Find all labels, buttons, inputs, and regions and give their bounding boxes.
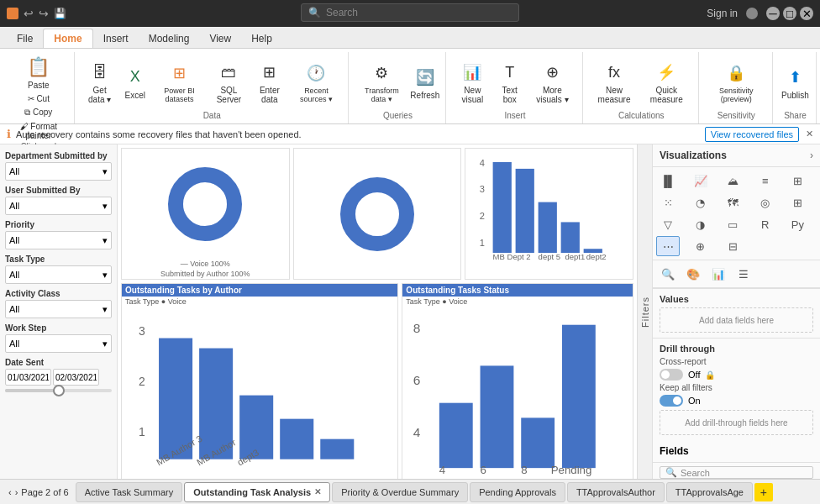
svg-text:2: 2 bbox=[139, 375, 145, 388]
pbi-datasets-button[interactable]: ⊞ Power BI datasets bbox=[152, 60, 207, 105]
cross-report-label: Cross-report bbox=[660, 357, 813, 366]
viz-icon-card[interactable]: ▭ bbox=[721, 214, 744, 234]
svg-text:dept2: dept2 bbox=[586, 252, 607, 261]
transform-icon: ⚙ bbox=[370, 61, 393, 85]
new-visual-button[interactable]: 📊 New visual bbox=[453, 59, 492, 106]
filter-activity-select[interactable]: All ▾ bbox=[5, 300, 112, 318]
viz-icon-column[interactable]: ⊞ bbox=[786, 171, 809, 191]
tab-tt-approvals-age[interactable]: TTApprovalsAge bbox=[666, 482, 753, 502]
viz-icon-custom[interactable]: ⊕ bbox=[689, 236, 712, 256]
tab-insert[interactable]: Insert bbox=[93, 29, 139, 48]
tab-home[interactable]: Home bbox=[43, 29, 92, 48]
get-data-button[interactable]: 🗄 Get data ▾ bbox=[81, 59, 118, 106]
tab-close-icon[interactable]: ✕ bbox=[314, 487, 321, 496]
share-label: Share bbox=[784, 111, 807, 122]
filter-work-step-select[interactable]: All ▾ bbox=[5, 334, 112, 353]
undo-icon[interactable]: ↩ bbox=[24, 7, 34, 20]
filter-user-select[interactable]: All ▾ bbox=[5, 197, 112, 215]
values-add-field[interactable]: Add data fields here bbox=[660, 307, 813, 333]
tab-modeling[interactable]: Modeling bbox=[139, 29, 200, 48]
drill-through-add-field[interactable]: Add drill-through fields here bbox=[660, 410, 813, 435]
filter-user-value: All bbox=[9, 201, 19, 211]
more-visuals-button[interactable]: ⊕ More visuals ▾ bbox=[528, 59, 577, 106]
viz-icon-scatter[interactable]: ⁙ bbox=[656, 192, 680, 213]
viz-icon-filter[interactable]: ⊟ bbox=[721, 236, 744, 256]
refresh-button[interactable]: 🔄 Refresh bbox=[410, 64, 440, 102]
add-tab-button[interactable]: + bbox=[754, 483, 773, 501]
prev-page-icon[interactable]: ‹ bbox=[8, 487, 12, 497]
viz-icon-gauge[interactable]: ◑ bbox=[689, 214, 712, 234]
fields-search[interactable]: 🔍 Search bbox=[660, 466, 813, 479]
viz-icon-area[interactable]: ⛰ bbox=[721, 171, 744, 191]
viz-icon-pie[interactable]: ◔ bbox=[689, 192, 712, 213]
viz-icon-funnel[interactable]: ▽ bbox=[656, 214, 680, 234]
date-to-input[interactable] bbox=[53, 369, 99, 386]
ribbon-group-queries: ⚙ Transform data ▾ 🔄 Refresh Queries bbox=[350, 52, 446, 123]
date-from-input[interactable] bbox=[5, 369, 51, 386]
filter-priority-select[interactable]: All ▾ bbox=[5, 231, 112, 249]
minimize-button[interactable]: ─ bbox=[766, 7, 780, 20]
notification-close-icon[interactable]: ✕ bbox=[806, 129, 813, 139]
viz-icon-search[interactable]: 🔍 bbox=[656, 264, 680, 284]
text-box-button[interactable]: T Text box bbox=[494, 59, 526, 106]
tab-view[interactable]: View bbox=[199, 29, 241, 48]
redo-icon[interactable]: ↪ bbox=[39, 7, 49, 20]
viz-icon-R[interactable]: R bbox=[754, 214, 777, 234]
excel-button[interactable]: X Excel bbox=[120, 64, 150, 102]
publish-button[interactable]: ⬆ Publish bbox=[778, 64, 812, 102]
save-icon[interactable]: 💾 bbox=[54, 8, 66, 19]
next-page-icon[interactable]: › bbox=[15, 487, 18, 497]
view-recovered-button[interactable]: View recovered files bbox=[705, 127, 799, 142]
quick-measure-button[interactable]: ⚡ Quick measure bbox=[640, 59, 693, 106]
cross-report-toggle[interactable] bbox=[660, 369, 683, 381]
maximize-button[interactable]: □ bbox=[783, 7, 796, 20]
paste-button[interactable]: 📋 Paste bbox=[24, 54, 54, 92]
tab-priority-overdue[interactable]: Priority & Overdue Summary bbox=[332, 482, 468, 502]
keep-filters-toggle[interactable] bbox=[660, 395, 683, 407]
close-button[interactable]: ✕ bbox=[800, 7, 813, 20]
theme-toggle-icon[interactable] bbox=[746, 8, 758, 19]
tab-pending-approvals[interactable]: Pending Approvals bbox=[470, 482, 565, 502]
sql-button[interactable]: 🗃 SQL Server bbox=[208, 59, 250, 106]
donut-chart-1-body bbox=[122, 149, 289, 259]
viz-icon-fields2[interactable]: ☰ bbox=[732, 264, 755, 284]
viz-icon-Py[interactable]: Py bbox=[786, 214, 809, 234]
tab-tt-approvals-author[interactable]: TTApprovalsAuthor bbox=[567, 482, 665, 502]
search-placeholder: Search bbox=[326, 7, 358, 18]
viz-icon-bar[interactable]: ▐▌ bbox=[656, 171, 680, 191]
more-visuals-icon: ⊕ bbox=[540, 60, 564, 84]
slider-thumb[interactable] bbox=[53, 385, 65, 396]
tab-help[interactable]: Help bbox=[241, 29, 282, 48]
viz-icon-line[interactable]: 📈 bbox=[689, 171, 712, 191]
donut-legend-1: — Voice 100% bbox=[122, 259, 289, 269]
filter-dept-chevron-icon: ▾ bbox=[102, 166, 108, 177]
recent-sources-button[interactable]: 🕐 Recent sources ▾ bbox=[290, 60, 343, 105]
date-slider[interactable] bbox=[5, 386, 112, 396]
viz-icon-analytics[interactable]: 📊 bbox=[707, 264, 730, 284]
viz-icon-map[interactable]: 🗺 bbox=[721, 192, 744, 213]
viz-icon-stacked-bar[interactable]: ≡ bbox=[754, 171, 777, 191]
filter-task-type-select[interactable]: All ▾ bbox=[5, 265, 112, 284]
tab-outstanding-task-analysis[interactable]: Outstanding Task Analysis ✕ bbox=[184, 482, 330, 502]
filter-user-submitted: User Submitted By All ▾ bbox=[5, 186, 112, 215]
sensitivity-button[interactable]: 🔒 Sensitivity (preview) bbox=[706, 60, 767, 105]
copy-button[interactable]: ⧉ Copy bbox=[8, 106, 69, 119]
viz-icon-more[interactable]: ⋯ bbox=[656, 236, 680, 256]
keep-filters-toggle-label: On bbox=[688, 396, 701, 406]
viz-icon-donut[interactable]: ◎ bbox=[754, 192, 777, 213]
sql-label: SQL Server bbox=[212, 86, 246, 104]
enter-data-button[interactable]: ⊞ Enter data bbox=[251, 59, 288, 106]
filter-dept-select[interactable]: All ▾ bbox=[5, 162, 112, 181]
tab-active-task-summary[interactable]: Active Task Summary bbox=[76, 482, 183, 502]
transform-button[interactable]: ⚙ Transform data ▾ bbox=[355, 60, 408, 105]
bottom-tabs-bar: ‹ › Page 2 of 6 Active Task Summary Outs… bbox=[0, 479, 820, 504]
outstanding-tasks-status-chart: Outstanding Tasks Status Task Type ● Voi… bbox=[402, 283, 633, 479]
viz-icon-format[interactable]: 🎨 bbox=[681, 264, 705, 284]
sign-in-label[interactable]: Sign in bbox=[707, 8, 738, 19]
search-bar[interactable]: 🔍 Search bbox=[301, 3, 519, 22]
viz-icon-treemap[interactable]: ⊞ bbox=[786, 192, 809, 213]
new-measure-button[interactable]: fx New measure bbox=[590, 59, 639, 106]
viz-expand-icon[interactable]: › bbox=[810, 150, 813, 161]
tab-file[interactable]: File bbox=[7, 29, 43, 48]
cut-button[interactable]: ✂ Cut bbox=[8, 92, 69, 105]
